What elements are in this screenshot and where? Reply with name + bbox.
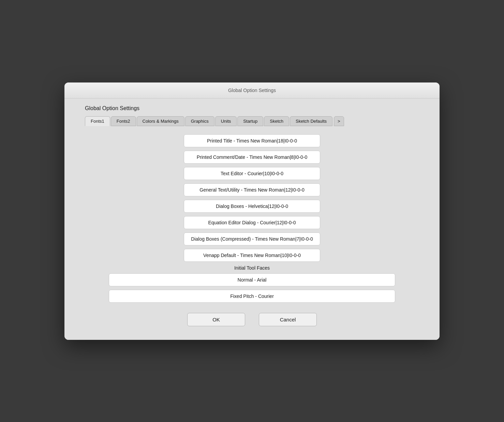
font-item-printed-comment-date[interactable]: Printed Comment/Date - Times New Roman|8… xyxy=(184,151,320,164)
font-item-text-editor[interactable]: Text Editor - Courier|10|I0-0-0 xyxy=(184,167,320,180)
tab-fonts2[interactable]: Fonts2 xyxy=(111,116,136,126)
section-title: Global Option Settings xyxy=(85,105,419,111)
font-item-equation-editor-dialog[interactable]: Equation Editor Dialog - Courier|12|I0-0… xyxy=(184,216,320,229)
tab-sketch-defaults[interactable]: Sketch Defaults xyxy=(290,116,332,126)
tab-more-button[interactable]: > xyxy=(334,116,344,126)
font-item-general-text-utility[interactable]: General Text/Utility - Times New Roman|1… xyxy=(184,183,320,196)
dialog-window: Global Option Settings Global Option Set… xyxy=(64,82,440,340)
title-bar: Global Option Settings xyxy=(64,82,440,99)
tabs-container: Fonts1Fonts2Colors & MarkingsGraphicsUni… xyxy=(85,116,419,126)
tab-startup[interactable]: Startup xyxy=(237,116,263,126)
font-items-area: Printed Title - Times New Roman|18|I0-0-… xyxy=(85,134,419,303)
tab-sketch[interactable]: Sketch xyxy=(264,116,289,126)
tool-face-item-fixed-pitch-courier[interactable]: Fixed Pitch - Courier xyxy=(109,290,395,303)
tab-fonts1[interactable]: Fonts1 xyxy=(85,116,110,126)
tool-face-item-normal-arial[interactable]: Normal - Arial xyxy=(109,273,395,286)
tab-colors-markings[interactable]: Colors & Markings xyxy=(137,116,184,126)
font-item-venapp-default[interactable]: Venapp Default - Times New Roman|10|I0-0… xyxy=(184,249,320,262)
font-items-list: Printed Title - Times New Roman|18|I0-0-… xyxy=(184,134,320,262)
cancel-button[interactable]: Cancel xyxy=(259,313,317,326)
tab-graphics[interactable]: Graphics xyxy=(185,116,214,126)
window-title: Global Option Settings xyxy=(228,88,276,93)
ok-button[interactable]: OK xyxy=(187,313,245,326)
tab-units[interactable]: Units xyxy=(215,116,237,126)
font-item-dialog-boxes-compressed[interactable]: Dialog Boxes (Compressed) - Times New Ro… xyxy=(184,232,320,245)
font-item-dialog-boxes[interactable]: Dialog Boxes - Helvetica|12|I0-0-0 xyxy=(184,200,320,213)
initial-tool-faces-label: Initial Tool Faces xyxy=(109,265,395,271)
font-item-printed-title[interactable]: Printed Title - Times New Roman|18|I0-0-… xyxy=(184,134,320,147)
dialog-content: Global Option Settings Fonts1Fonts2Color… xyxy=(64,99,440,340)
buttons-row: OK Cancel xyxy=(85,313,419,330)
